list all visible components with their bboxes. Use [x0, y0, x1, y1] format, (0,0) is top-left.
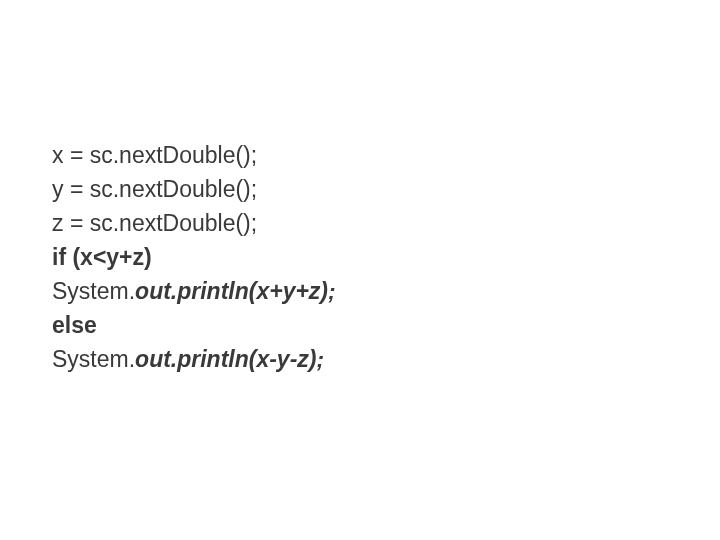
code-line-5-plain: System.	[52, 278, 135, 304]
code-line-1: x = sc.nextDouble();	[52, 138, 720, 172]
code-line-4: if (x<y+z)	[52, 240, 720, 274]
slide: x = sc.nextDouble(); y = sc.nextDouble()…	[0, 0, 720, 540]
code-line-2: y = sc.nextDouble();	[52, 172, 720, 206]
code-line-6: else	[52, 308, 720, 342]
code-line-5-emph: out.println(x+y+z);	[135, 278, 336, 304]
code-line-7-plain: System.	[52, 346, 135, 372]
code-line-7: System.out.println(x-y-z);	[52, 342, 720, 376]
code-line-3: z = sc.nextDouble();	[52, 206, 720, 240]
code-line-5: System.out.println(x+y+z);	[52, 274, 720, 308]
code-block: x = sc.nextDouble(); y = sc.nextDouble()…	[52, 138, 720, 376]
code-line-7-emph: out.println(x-y-z);	[135, 346, 324, 372]
